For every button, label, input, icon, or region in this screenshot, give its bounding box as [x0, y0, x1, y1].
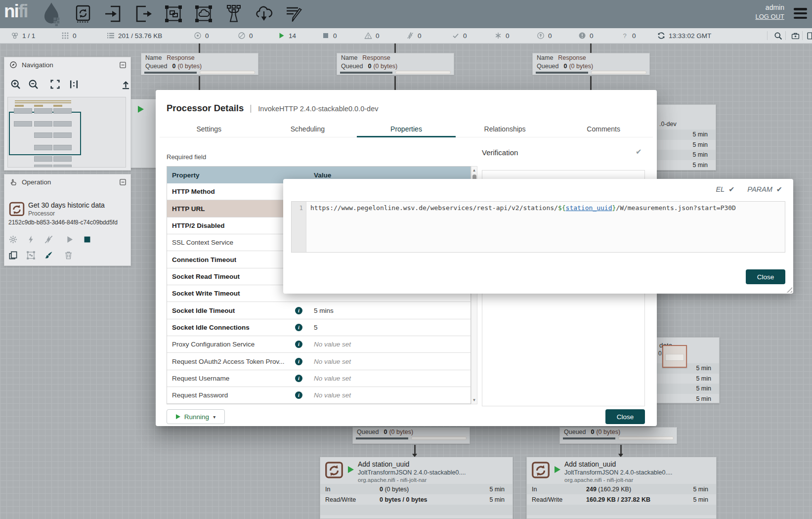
dialog-close-button[interactable]: Close — [605, 409, 645, 424]
zoom-in-icon[interactable] — [10, 79, 21, 89]
property-row[interactable]: Proxy Configuration ServiceiNo value set — [167, 336, 470, 353]
scroll-down-icon[interactable]: ▼ — [471, 398, 477, 402]
property-value-editor: EL✔PARAM✔ 1 https://www.pegelonline.wsv.… — [283, 179, 793, 294]
running-icon — [138, 106, 144, 113]
connection-name-value: Response — [362, 54, 390, 61]
minimap-component — [53, 145, 72, 150]
processor-icon[interactable] — [73, 4, 93, 24]
tab-settings[interactable]: Settings — [160, 121, 258, 137]
status-remote-transmitting: 0 — [194, 28, 209, 43]
status-process-group-count: 0 — [61, 28, 77, 43]
logout-link[interactable]: LOG OUT — [755, 13, 784, 20]
property-row[interactable]: Request PasswordiNo value set — [167, 387, 470, 404]
birdseye-minimap[interactable] — [7, 97, 126, 168]
property-name: Request OAuth2 Access Token Prov... — [172, 358, 285, 365]
connection-label[interactable]: Queued0(0 bytes) — [352, 427, 470, 444]
editor-flags: EL✔PARAM✔ — [716, 185, 782, 193]
connection-label[interactable]: NameResponse Queued0(0 bytes) — [532, 53, 650, 75]
dialog-tabs: SettingsSchedulingPropertiesRelationship… — [160, 121, 653, 137]
resize-grip[interactable] — [785, 285, 792, 293]
collapse-navigation-icon[interactable] — [119, 61, 127, 69]
connection-label[interactable]: Queued0(0 bytes) — [559, 427, 677, 444]
minimap-component — [15, 102, 71, 103]
required-field-label: Required field — [167, 153, 206, 161]
info-icon[interactable]: i — [295, 375, 302, 382]
sync-failure-icon: ? — [621, 32, 629, 40]
queued-size: (0 bytes) — [177, 63, 202, 70]
start-icon[interactable] — [65, 235, 74, 244]
minimap-component — [53, 105, 62, 107]
run-state-dropdown[interactable]: Running ▾ — [167, 409, 225, 424]
tab-comments[interactable]: Comments — [554, 121, 653, 137]
connection-label[interactable]: NameResponse Queued0(0 bytes) — [337, 53, 454, 75]
change-color-icon[interactable] — [44, 251, 53, 260]
collapse-operation-icon[interactable] — [119, 178, 127, 186]
remote-not-transmitting-count: 0 — [249, 32, 253, 40]
info-icon[interactable]: i — [295, 391, 302, 399]
component-invalid-small[interactable] — [662, 345, 687, 368]
scroll-up-icon[interactable]: ▲ — [471, 168, 477, 173]
connection-label[interactable]: NameResponse Queued0(0 bytes) — [141, 53, 258, 75]
status-refresh[interactable]: 13:33:02 GMT — [657, 28, 711, 43]
status-queued-total: 201 / 53.76 KB — [107, 28, 162, 43]
el-supported-flag: EL✔ — [716, 185, 734, 193]
info-icon[interactable]: i — [295, 358, 302, 365]
funnel-icon[interactable] — [224, 4, 244, 24]
disable-icon[interactable] — [44, 235, 53, 244]
property-column-header: Property — [167, 172, 305, 179]
search-icon[interactable] — [774, 32, 782, 40]
property-value-input[interactable]: https://www.pegelonline.wsv.de/webservic… — [306, 202, 785, 252]
info-icon[interactable]: i — [295, 324, 302, 331]
stat-window: 5 min — [696, 385, 711, 392]
dialog-subtitle: InvokeHTTP 2.4.0-stackable0.0.0-dev — [251, 105, 378, 113]
queued-total-icon — [107, 32, 115, 40]
processor-name: Add station_uuid — [564, 460, 616, 468]
property-row[interactable]: Socket Idle Connectionsi5 — [167, 319, 470, 336]
minimap-component — [34, 105, 43, 107]
property-name: Socket Idle Connections — [172, 324, 250, 331]
zoom-out-icon[interactable] — [28, 79, 39, 89]
global-menu-icon[interactable] — [794, 7, 807, 20]
input-port-icon[interactable] — [103, 4, 123, 24]
line-number-gutter: 1 — [292, 202, 306, 252]
connection-line — [199, 43, 200, 53]
queued-count: 0 — [563, 63, 567, 70]
toolbox-icon[interactable] — [791, 32, 800, 40]
refresh-icon[interactable] — [657, 32, 665, 40]
process-group-icon[interactable] — [164, 4, 183, 24]
output-port-icon[interactable] — [133, 4, 153, 24]
minimap-component — [53, 121, 72, 127]
template-icon[interactable] — [254, 4, 274, 24]
property-value: 5 — [314, 324, 318, 331]
property-row[interactable]: Socket Idle Timeouti5 mins — [167, 302, 470, 319]
stopped-icon — [322, 32, 330, 40]
actual-size-icon[interactable] — [69, 79, 79, 89]
connection-line — [620, 445, 622, 454]
info-icon[interactable]: i — [295, 307, 302, 314]
configure-icon[interactable] — [8, 235, 18, 244]
processor-add-station-uuid-2[interactable]: Add station_uuid JoltTransformJSON 2.4.0… — [526, 457, 717, 519]
panel-icon[interactable] — [807, 32, 812, 40]
info-icon[interactable]: i — [295, 341, 302, 348]
property-row[interactable]: Request OAuth2 Access Token Prov...iNo v… — [167, 353, 470, 370]
group-icon[interactable] — [26, 251, 36, 260]
tab-properties[interactable]: Properties — [357, 121, 456, 137]
copy-icon[interactable] — [8, 251, 18, 260]
property-row[interactable]: Request UsernameiNo value set — [167, 370, 470, 387]
processor-add-station-uuid-1[interactable]: Add station_uuid JoltTransformJSON 2.4.0… — [320, 457, 513, 519]
zoom-fit-icon[interactable] — [50, 79, 60, 89]
running-icon — [555, 466, 560, 473]
label-icon[interactable] — [284, 4, 304, 24]
editor-close-button[interactable]: Close — [746, 269, 785, 284]
tab-relationships[interactable]: Relationships — [456, 121, 555, 137]
minimap-component — [53, 132, 72, 138]
code-editor[interactable]: 1 https://www.pegelonline.wsv.de/webserv… — [291, 201, 785, 253]
queued-size: (0 bytes) — [389, 429, 413, 435]
leave-group-icon[interactable] — [121, 79, 131, 89]
stop-icon[interactable] — [83, 235, 92, 244]
enable-icon[interactable] — [26, 235, 36, 244]
remote-process-group-icon[interactable] — [194, 4, 214, 24]
tab-scheduling[interactable]: Scheduling — [258, 121, 357, 137]
connection-line — [590, 43, 592, 53]
delete-icon[interactable] — [64, 251, 73, 260]
